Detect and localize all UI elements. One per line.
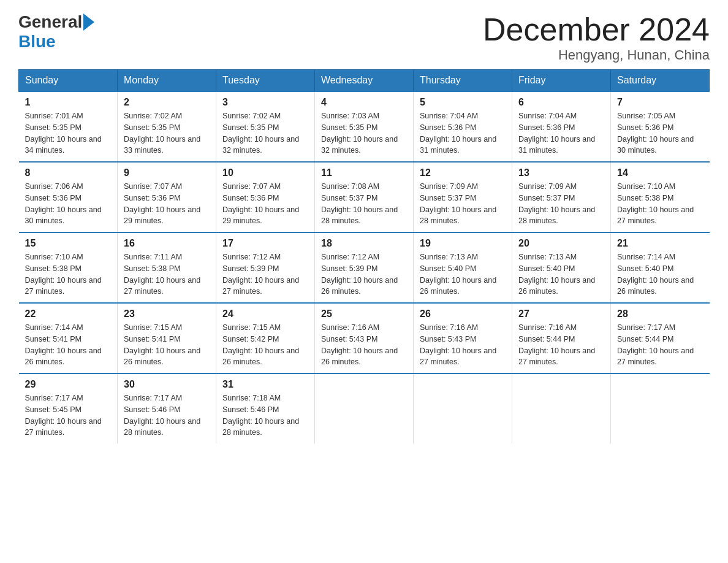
day-number: 21 xyxy=(617,238,703,249)
day-number: 2 xyxy=(124,97,210,108)
day-info: Sunrise: 7:13 AM Sunset: 5:40 PM Dayligh… xyxy=(518,251,604,297)
day-number: 19 xyxy=(420,238,506,249)
header-saturday: Saturday xyxy=(611,70,710,92)
day-cell: 24 Sunrise: 7:15 AM Sunset: 5:42 PM Dayl… xyxy=(216,303,315,373)
header-monday: Monday xyxy=(118,70,216,92)
day-info: Sunrise: 7:08 AM Sunset: 5:37 PM Dayligh… xyxy=(321,181,407,227)
day-cell: 15 Sunrise: 7:10 AM Sunset: 5:38 PM Dayl… xyxy=(19,232,118,303)
day-cell: 30 Sunrise: 7:17 AM Sunset: 5:46 PM Dayl… xyxy=(118,373,216,443)
day-number: 26 xyxy=(420,308,506,320)
day-number: 9 xyxy=(124,167,210,178)
day-cell: 14 Sunrise: 7:10 AM Sunset: 5:38 PM Dayl… xyxy=(611,162,710,232)
day-number: 15 xyxy=(25,238,112,249)
day-cell: 12 Sunrise: 7:09 AM Sunset: 5:37 PM Dayl… xyxy=(414,162,512,232)
title-block: December 2024 Hengyang, Hunan, China xyxy=(483,12,710,63)
day-info: Sunrise: 7:02 AM Sunset: 5:35 PM Dayligh… xyxy=(124,110,210,156)
day-info: Sunrise: 7:17 AM Sunset: 5:46 PM Dayligh… xyxy=(124,393,210,439)
day-info: Sunrise: 7:17 AM Sunset: 5:44 PM Dayligh… xyxy=(617,322,703,368)
logo-arrow-icon xyxy=(83,13,94,31)
day-cell: 9 Sunrise: 7:07 AM Sunset: 5:36 PM Dayli… xyxy=(118,162,216,232)
day-number: 28 xyxy=(617,308,703,320)
day-cell: 18 Sunrise: 7:12 AM Sunset: 5:39 PM Dayl… xyxy=(315,232,414,303)
day-number: 8 xyxy=(25,167,112,178)
header-sunday: Sunday xyxy=(19,70,118,92)
day-cell: 21 Sunrise: 7:14 AM Sunset: 5:40 PM Dayl… xyxy=(611,232,710,303)
day-info: Sunrise: 7:01 AM Sunset: 5:35 PM Dayligh… xyxy=(25,110,112,156)
day-number: 30 xyxy=(124,379,210,390)
logo-general-text: General xyxy=(18,12,82,32)
page-header: General Blue December 2024 Hengyang, Hun… xyxy=(18,12,710,63)
day-number: 13 xyxy=(518,167,604,178)
day-cell: 27 Sunrise: 7:16 AM Sunset: 5:44 PM Dayl… xyxy=(512,303,611,373)
day-info: Sunrise: 7:15 AM Sunset: 5:41 PM Dayligh… xyxy=(124,322,210,368)
day-number: 22 xyxy=(25,308,112,320)
day-cell: 23 Sunrise: 7:15 AM Sunset: 5:41 PM Dayl… xyxy=(118,303,216,373)
day-cell xyxy=(315,373,414,443)
week-row-5: 29 Sunrise: 7:17 AM Sunset: 5:45 PM Dayl… xyxy=(19,373,710,443)
day-number: 23 xyxy=(124,308,210,320)
day-number: 12 xyxy=(420,167,506,178)
day-number: 29 xyxy=(25,379,112,390)
day-cell: 20 Sunrise: 7:13 AM Sunset: 5:40 PM Dayl… xyxy=(512,232,611,303)
day-cell: 17 Sunrise: 7:12 AM Sunset: 5:39 PM Dayl… xyxy=(216,232,315,303)
day-cell xyxy=(611,373,710,443)
day-number: 27 xyxy=(518,308,604,320)
day-number: 14 xyxy=(617,167,703,178)
day-number: 1 xyxy=(25,97,112,108)
day-cell: 2 Sunrise: 7:02 AM Sunset: 5:35 PM Dayli… xyxy=(118,91,216,162)
day-cell: 28 Sunrise: 7:17 AM Sunset: 5:44 PM Dayl… xyxy=(611,303,710,373)
day-info: Sunrise: 7:07 AM Sunset: 5:36 PM Dayligh… xyxy=(124,181,210,227)
header-wednesday: Wednesday xyxy=(315,70,414,92)
day-cell xyxy=(414,373,512,443)
day-info: Sunrise: 7:14 AM Sunset: 5:41 PM Dayligh… xyxy=(25,322,112,368)
day-cell: 1 Sunrise: 7:01 AM Sunset: 5:35 PM Dayli… xyxy=(19,91,118,162)
day-cell: 4 Sunrise: 7:03 AM Sunset: 5:35 PM Dayli… xyxy=(315,91,414,162)
week-row-1: 1 Sunrise: 7:01 AM Sunset: 5:35 PM Dayli… xyxy=(19,91,710,162)
day-cell: 5 Sunrise: 7:04 AM Sunset: 5:36 PM Dayli… xyxy=(414,91,512,162)
day-info: Sunrise: 7:17 AM Sunset: 5:45 PM Dayligh… xyxy=(25,393,112,439)
day-number: 25 xyxy=(321,308,407,320)
day-info: Sunrise: 7:11 AM Sunset: 5:38 PM Dayligh… xyxy=(124,251,210,297)
week-row-2: 8 Sunrise: 7:06 AM Sunset: 5:36 PM Dayli… xyxy=(19,162,710,232)
location: Hengyang, Hunan, China xyxy=(483,47,710,63)
day-info: Sunrise: 7:04 AM Sunset: 5:36 PM Dayligh… xyxy=(518,110,604,156)
day-cell: 7 Sunrise: 7:05 AM Sunset: 5:36 PM Dayli… xyxy=(611,91,710,162)
day-info: Sunrise: 7:02 AM Sunset: 5:35 PM Dayligh… xyxy=(222,110,308,156)
day-cell: 29 Sunrise: 7:17 AM Sunset: 5:45 PM Dayl… xyxy=(19,373,118,443)
day-cell: 22 Sunrise: 7:14 AM Sunset: 5:41 PM Dayl… xyxy=(19,303,118,373)
day-number: 10 xyxy=(222,167,308,178)
week-row-4: 22 Sunrise: 7:14 AM Sunset: 5:41 PM Dayl… xyxy=(19,303,710,373)
day-info: Sunrise: 7:16 AM Sunset: 5:43 PM Dayligh… xyxy=(321,322,407,368)
day-info: Sunrise: 7:14 AM Sunset: 5:40 PM Dayligh… xyxy=(617,251,703,297)
month-title: December 2024 xyxy=(483,12,710,47)
day-info: Sunrise: 7:09 AM Sunset: 5:37 PM Dayligh… xyxy=(420,181,506,227)
calendar-header-row: SundayMondayTuesdayWednesdayThursdayFrid… xyxy=(19,70,710,92)
day-info: Sunrise: 7:12 AM Sunset: 5:39 PM Dayligh… xyxy=(321,251,407,297)
day-info: Sunrise: 7:18 AM Sunset: 5:46 PM Dayligh… xyxy=(222,393,308,439)
day-cell: 25 Sunrise: 7:16 AM Sunset: 5:43 PM Dayl… xyxy=(315,303,414,373)
day-cell: 31 Sunrise: 7:18 AM Sunset: 5:46 PM Dayl… xyxy=(216,373,315,443)
day-cell: 10 Sunrise: 7:07 AM Sunset: 5:36 PM Dayl… xyxy=(216,162,315,232)
day-info: Sunrise: 7:03 AM Sunset: 5:35 PM Dayligh… xyxy=(321,110,407,156)
day-info: Sunrise: 7:05 AM Sunset: 5:36 PM Dayligh… xyxy=(617,110,703,156)
day-number: 18 xyxy=(321,238,407,249)
day-number: 5 xyxy=(420,97,506,108)
day-info: Sunrise: 7:06 AM Sunset: 5:36 PM Dayligh… xyxy=(25,181,112,227)
day-info: Sunrise: 7:07 AM Sunset: 5:36 PM Dayligh… xyxy=(222,181,308,227)
day-cell xyxy=(512,373,611,443)
logo-blue-text: Blue xyxy=(18,32,56,52)
day-number: 17 xyxy=(222,238,308,249)
header-friday: Friday xyxy=(512,70,611,92)
day-cell: 8 Sunrise: 7:06 AM Sunset: 5:36 PM Dayli… xyxy=(19,162,118,232)
day-cell: 26 Sunrise: 7:16 AM Sunset: 5:43 PM Dayl… xyxy=(414,303,512,373)
day-info: Sunrise: 7:10 AM Sunset: 5:38 PM Dayligh… xyxy=(617,181,703,227)
day-cell: 19 Sunrise: 7:13 AM Sunset: 5:40 PM Dayl… xyxy=(414,232,512,303)
day-cell: 11 Sunrise: 7:08 AM Sunset: 5:37 PM Dayl… xyxy=(315,162,414,232)
day-info: Sunrise: 7:10 AM Sunset: 5:38 PM Dayligh… xyxy=(25,251,112,297)
day-number: 16 xyxy=(124,238,210,249)
day-info: Sunrise: 7:16 AM Sunset: 5:44 PM Dayligh… xyxy=(518,322,604,368)
day-info: Sunrise: 7:15 AM Sunset: 5:42 PM Dayligh… xyxy=(222,322,308,368)
day-info: Sunrise: 7:13 AM Sunset: 5:40 PM Dayligh… xyxy=(420,251,506,297)
day-info: Sunrise: 7:16 AM Sunset: 5:43 PM Dayligh… xyxy=(420,322,506,368)
day-number: 3 xyxy=(222,97,308,108)
